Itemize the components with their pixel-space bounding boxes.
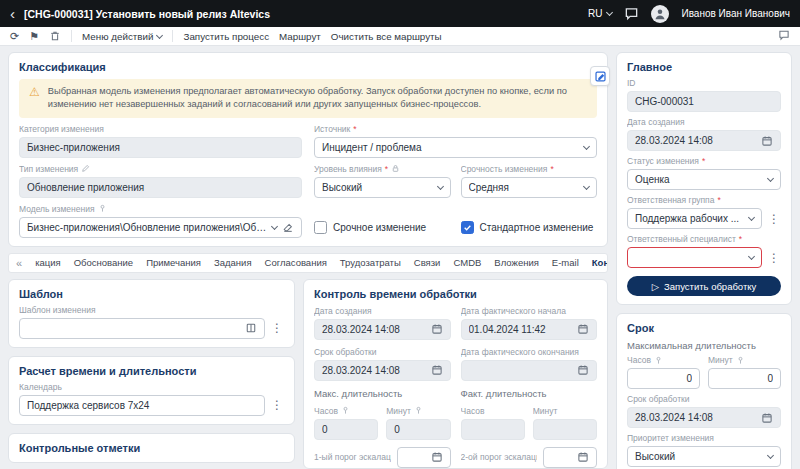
source-select[interactable]: Инцидент / проблема [314, 137, 597, 158]
field-label: Дата фактического начала [461, 306, 566, 316]
clear-icon[interactable] [282, 221, 294, 233]
calendar-icon[interactable] [577, 323, 589, 335]
field-label: Срок обработки [314, 347, 377, 357]
page-title: [CHG-000031] Установить новый релиз Alte… [24, 8, 270, 20]
field-deadline: Срок обработки 28.03.2024 14:08 [314, 347, 451, 381]
field-id: ID CHG-000031 [627, 78, 781, 112]
escalation1-input[interactable] [397, 447, 451, 468]
max-duration-label: Макс. длительность [314, 388, 451, 399]
fact-hours-input[interactable] [461, 419, 525, 440]
term-hours-input[interactable]: 0 [627, 368, 700, 389]
actual-end-input[interactable] [461, 360, 598, 381]
run-processing-button[interactable]: ▷ Запустить обработку [627, 276, 781, 296]
trash-icon[interactable] [49, 30, 61, 42]
max-hours-input[interactable]: 0 [314, 419, 378, 440]
term-deadline-input[interactable]: 28.03.2024 14:08 [627, 407, 781, 428]
comment-icon[interactable] [778, 29, 790, 41]
created-date-input[interactable]: 28.03.2024 14:08 [314, 319, 451, 340]
term-minutes-input[interactable]: 0 [708, 368, 781, 389]
fact-minutes-input[interactable] [533, 419, 597, 440]
route-label: Маршрут [279, 31, 321, 42]
calendar-icon[interactable] [431, 451, 443, 463]
panel-title: Контрольные отметки [19, 442, 284, 454]
type-input[interactable]: Обновление приложения [19, 177, 302, 198]
avatar[interactable] [651, 5, 669, 23]
tab-notes[interactable]: Примечания [146, 257, 201, 268]
field-status: Статус изменения * Оценка [627, 156, 781, 190]
urgent-change-checkbox[interactable]: Срочное изменение [314, 221, 451, 234]
kebab-menu-icon[interactable]: ⋮ [767, 252, 781, 264]
panel-title: Расчет времени и длительности [19, 365, 284, 377]
standard-change-checkbox[interactable]: Стандартное изменение [461, 221, 598, 234]
calendar-icon[interactable] [577, 364, 589, 376]
required-marker: * [550, 164, 553, 174]
calendar-icon[interactable] [761, 412, 773, 424]
panel-title: Контроль времени обработки [314, 288, 597, 300]
calendar-icon[interactable] [431, 323, 443, 335]
refresh-icon[interactable]: ⟳ [10, 31, 19, 42]
responsible-specialist-select[interactable] [627, 247, 762, 268]
clear-routes-button[interactable]: Очистить все маршруты [331, 31, 442, 42]
tab-labor[interactable]: Трудозатраты [340, 257, 401, 268]
tab-approvals[interactable]: Согласования [265, 257, 327, 268]
tab-justification[interactable]: Обоснование [74, 257, 133, 268]
tab-control[interactable]: Контроль [592, 257, 608, 268]
tab-classification-partial[interactable]: кация [35, 257, 61, 268]
category-input[interactable]: Бизнес-приложения [19, 137, 302, 158]
field-label: Приоритет изменения [627, 433, 714, 443]
back-icon[interactable]: ‹ [10, 6, 15, 21]
tab-tasks[interactable]: Задания [214, 257, 252, 268]
chat-icon[interactable] [624, 6, 639, 21]
user-name[interactable]: Иванов Иван Иванович [681, 8, 790, 19]
deadline-input[interactable]: 28.03.2024 14:08 [314, 360, 451, 381]
model-select[interactable]: Бизнес-приложения\Обновление приложения\… [19, 217, 302, 238]
actual-start-input[interactable]: 01.04.2024 11:42 [461, 319, 598, 340]
impact-select[interactable]: Высокий [314, 177, 451, 198]
reference-icon[interactable] [245, 322, 257, 334]
max-minutes-input[interactable]: 0 [386, 419, 450, 440]
tab-email[interactable]: E-mail [552, 257, 579, 268]
warning-banner: ⚠ Выбранная модель изменения предполагае… [19, 79, 597, 118]
language-selector[interactable]: RU [588, 8, 612, 19]
created-input[interactable]: 28.03.2024 14:08 [627, 130, 781, 151]
actions-menu-button[interactable]: Меню действий [82, 31, 162, 42]
tab-attachments[interactable]: Вложения [494, 257, 539, 268]
annotation-button[interactable] [590, 66, 610, 86]
field-calendar: Календарь Поддержка сервисов 7x24 ⋮ [19, 382, 284, 416]
priority-select[interactable]: Высокий [627, 446, 781, 467]
flag-icon[interactable]: ⚑ [29, 31, 39, 42]
route-button[interactable]: Маршрут [279, 31, 321, 42]
start-process-button[interactable]: Запустить процесс [183, 31, 269, 42]
tabs-scroll-left-icon[interactable]: « [16, 257, 22, 269]
template-select[interactable] [19, 318, 265, 339]
kebab-menu-icon[interactable]: ⋮ [767, 213, 781, 225]
calendar-icon[interactable] [431, 364, 443, 376]
field-label: Категория изменения [19, 124, 104, 134]
panel-title: Классификация [19, 61, 597, 73]
tab-links[interactable]: Связи [414, 257, 441, 268]
field-max-hours: Часов 0 [314, 406, 378, 440]
id-input[interactable]: CHG-000031 [627, 91, 781, 112]
kebab-menu-icon[interactable]: ⋮ [270, 399, 284, 411]
checkbox-label: Стандартное изменение [480, 222, 594, 233]
content-area: Классификация ⚠ Выбранная модель изменен… [0, 46, 800, 469]
term-panel: Срок Максимальная длительность Часов 0 М… [616, 313, 792, 469]
tab-cmdb[interactable]: CMDB [453, 257, 481, 268]
field-label: Часов [627, 355, 651, 365]
chevron-down-icon [767, 452, 774, 459]
pin-icon [736, 356, 745, 365]
calendar-icon[interactable] [577, 451, 589, 463]
field-label: Уровень влияния [314, 164, 382, 174]
clear-routes-label: Очистить все маршруты [331, 31, 442, 42]
responsible-group-select[interactable]: Поддержка рабочих ... [627, 208, 762, 229]
actions-menu-label: Меню действий [82, 31, 153, 42]
kebab-menu-icon[interactable]: ⋮ [270, 322, 284, 334]
urgency-select[interactable]: Средняя [461, 177, 598, 198]
calendar-select[interactable]: Поддержка сервисов 7x24 [19, 395, 265, 416]
status-select[interactable]: Оценка [627, 169, 781, 190]
escalation2-input[interactable] [543, 447, 597, 468]
field-escalation-1: 1-ый порог эскалации [314, 447, 451, 468]
field-term-hours: Часов 0 [627, 355, 700, 389]
calendar-icon[interactable] [761, 135, 773, 147]
warning-icon: ⚠ [29, 85, 40, 99]
